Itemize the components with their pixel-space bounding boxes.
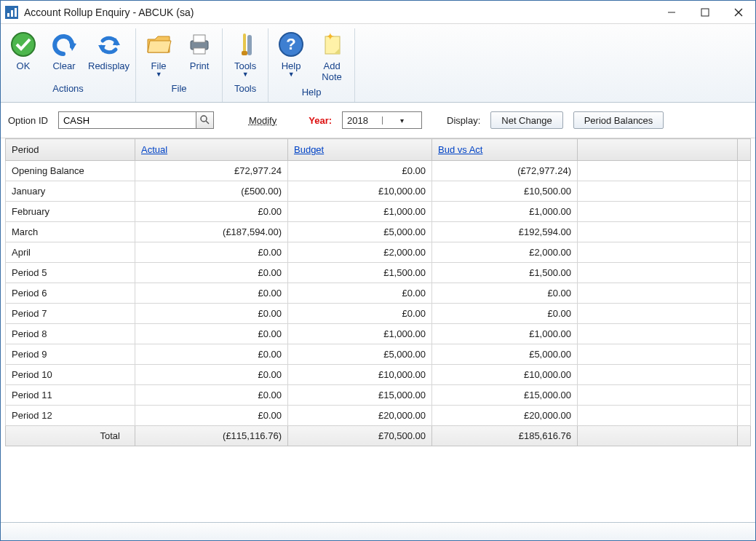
modify-link[interactable]: Modify [249,115,276,126]
print-button[interactable]: Print [183,30,216,79]
year-value: 2018 [343,115,382,126]
scroll-gutter[interactable] [738,263,751,283]
option-id-lookup-button[interactable] [196,111,214,129]
file-button[interactable]: File ▼ [142,30,175,79]
tools-icon [231,30,260,59]
chevron-down-icon: ▼ [156,71,162,79]
table-row[interactable]: Period 6£0.00£0.00£0.00 [6,283,751,304]
table-header-row: Period Actual Budget Bud vs Act [6,139,751,161]
cell-bva: £5,000.00 [432,344,578,365]
add-note-button[interactable]: ✦ Add Note [315,30,349,82]
svg-rect-13 [194,35,205,42]
col-header-budget[interactable]: Budget [288,139,432,161]
help-button[interactable]: ? Help ▼ [274,30,308,79]
svg-line-24 [206,121,209,124]
table-row[interactable]: March(£187,594.00)£5,000.00£192,594.00 [6,222,751,242]
status-bar [1,522,755,540]
scroll-gutter-header [738,139,751,161]
net-change-button[interactable]: Net Change [490,111,562,129]
cell-actual: £0.00 [135,202,288,222]
scroll-gutter[interactable] [738,344,751,365]
maximize-button[interactable] [688,1,722,23]
cell-period: Period 8 [6,324,135,344]
undo-icon [49,30,79,59]
cell-budget: £20,000.00 [288,406,432,426]
close-button[interactable] [722,1,755,23]
cell-budget: £0.00 [288,304,432,324]
minimize-button[interactable] [655,1,688,23]
scroll-gutter[interactable] [738,181,751,202]
grid-container: Period Actual Budget Bud vs Act Opening … [1,138,755,522]
cell-actual: £0.00 [135,304,288,324]
table-row[interactable]: Opening Balance£72,977.24£0.00(£72,977.2… [6,161,751,181]
tools-button[interactable]: Tools ▼ [228,30,262,79]
cell-actual: £0.00 [135,283,288,304]
scroll-gutter[interactable] [738,385,751,406]
table-row[interactable]: February£0.00£1,000.00£1,000.00 [6,202,751,222]
cell-period: Period 10 [6,365,135,385]
cell-bva: £0.00 [432,283,578,304]
option-id-field [58,111,214,129]
scroll-gutter[interactable] [738,324,751,344]
cell-budget: £15,000.00 [288,385,432,406]
ok-button[interactable]: OK [7,30,40,79]
ribbon-group-label-tools: Tools [234,79,256,98]
cell-actual: £0.00 [135,263,288,283]
search-icon [199,114,210,127]
ribbon-group-tools: Tools ▼ Tools [223,28,268,102]
table-row[interactable]: April£0.00£2,000.00£2,000.00 [6,242,751,263]
redisplay-button[interactable]: Redisplay [88,30,130,79]
cell-actual: £72,977.24 [135,161,288,181]
scroll-gutter[interactable] [738,283,751,304]
scroll-gutter[interactable] [738,365,751,385]
cell-bva: £10,500.00 [432,181,578,202]
table-row[interactable]: Period 9£0.00£5,000.00£5,000.00 [6,344,751,365]
scroll-gutter[interactable] [738,202,751,222]
cell-actual: £0.00 [135,344,288,365]
period-balances-button[interactable]: Period Balances [573,111,664,129]
cell-budget: £1,000.00 [288,324,432,344]
col-header-period[interactable]: Period [6,139,135,161]
cell-actual: £0.00 [135,406,288,426]
table-row[interactable]: January(£500.00)£10,000.00£10,500.00 [6,181,751,202]
table-row[interactable]: Period 11£0.00£15,000.00£15,000.00 [6,385,751,406]
table-row[interactable]: Period 8£0.00£1,000.00£1,000.00 [6,324,751,344]
scroll-gutter[interactable] [738,304,751,324]
svg-text:✦: ✦ [326,31,335,42]
help-icon: ? [276,30,306,59]
cell-actual: £0.00 [135,324,288,344]
table-row[interactable]: Period 7£0.00£0.00£0.00 [6,304,751,324]
scroll-gutter[interactable] [738,222,751,242]
cell-actual: (£187,594.00) [135,222,288,242]
app-icon [5,6,18,19]
window-title: Account Rollup Enquiry - ABCUK (sa) [24,7,194,18]
table-row[interactable]: Period 5£0.00£1,500.00£1,500.00 [6,263,751,283]
cell-actual: £0.00 [135,365,288,385]
cell-bva: £15,000.00 [432,385,578,406]
scroll-gutter[interactable] [738,242,751,263]
cell-period: Period 12 [6,406,135,426]
option-id-input[interactable] [58,111,196,129]
total-label: Total [6,426,135,446]
clear-button[interactable]: Clear [47,30,81,79]
svg-rect-15 [243,33,246,52]
refresh-icon [95,30,124,59]
cell-budget: £1,000.00 [288,202,432,222]
ribbon-group-help: ? Help ▼ ✦ Add Note Help [268,28,355,102]
scroll-gutter[interactable] [738,406,751,426]
table-row[interactable]: Period 12£0.00£20,000.00£20,000.00 [6,406,751,426]
cell-period: Period 9 [6,344,135,365]
cell-budget: £1,500.00 [288,263,432,283]
scroll-gutter[interactable] [738,161,751,181]
cell-actual: £0.00 [135,385,288,406]
year-combo[interactable]: 2018 ▾ [342,111,422,129]
chevron-down-icon: ▼ [242,71,249,79]
total-actual: (£115,116.76) [135,426,288,446]
cell-budget: £0.00 [288,161,432,181]
table-row[interactable]: Period 10£0.00£10,000.00£10,000.00 [6,365,751,385]
svg-rect-2 [11,10,13,17]
cell-budget: £2,000.00 [288,242,432,263]
col-header-actual[interactable]: Actual [135,139,288,161]
col-header-bud-vs-act[interactable]: Bud vs Act [432,139,578,161]
cell-period: Period 6 [6,283,135,304]
